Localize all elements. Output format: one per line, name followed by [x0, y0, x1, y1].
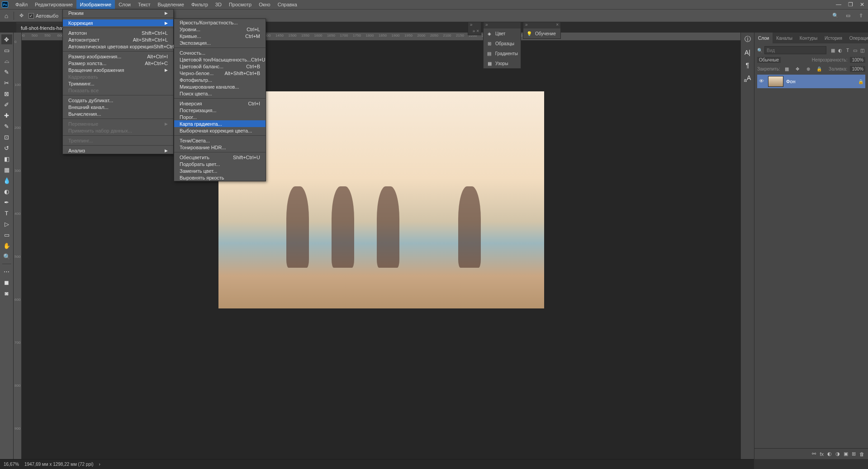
edit-toolbar[interactable]: ⋯	[1, 266, 12, 276]
menu-item[interactable]: Цветовой тон/Насыщенность...Ctrl+U	[174, 56, 266, 63]
menu-item[interactable]: АвтоконтрастAlt+Shift+Ctrl+L	[63, 36, 173, 43]
menubar-item-4[interactable]: Текст	[134, 0, 154, 9]
frame-tool[interactable]: ⊠	[1, 89, 12, 99]
menu-item[interactable]: Микширование каналов...	[174, 83, 266, 90]
menubar-item-1[interactable]: Редактирование	[31, 0, 76, 9]
lock-icon[interactable]: 🔒	[858, 79, 863, 84]
filter-shape-icon[interactable]: ▭	[852, 46, 858, 54]
menu-item[interactable]: Создать дубликат...	[63, 97, 173, 104]
panel-tab-История[interactable]: История	[821, 33, 846, 43]
float-item-Обучение[interactable]: 💡Обучение	[523, 28, 560, 38]
menu-item[interactable]: Вычисления...	[63, 110, 173, 117]
menu-item[interactable]: Поиск цвета...	[174, 90, 266, 97]
visibility-icon[interactable]: 👁	[759, 78, 765, 85]
panel-tab-Каналы[interactable]: Каналы	[773, 33, 796, 43]
float-item-Образцы[interactable]: ⊞Образцы	[484, 38, 521, 48]
crop-tool[interactable]: ✂	[1, 78, 12, 88]
auto-select-checkbox[interactable]: ✓Автовыбо	[28, 13, 58, 19]
restore-button[interactable]: ❐	[844, 0, 856, 9]
float-item-Цвет[interactable]: ◈Цвет	[484, 28, 521, 38]
menu-item[interactable]: Порог...	[174, 114, 266, 120]
menu-item[interactable]: Постеризация...	[174, 107, 266, 114]
search-icon[interactable]: 🔍	[831, 11, 840, 20]
layer-row[interactable]: 👁 Фон 🔒	[757, 75, 865, 88]
menu-item[interactable]: Заменить цвет...	[174, 167, 266, 174]
menu-item[interactable]: ИнверсияCtrl+I	[174, 100, 266, 107]
shape-tool[interactable]: ▭	[1, 230, 12, 240]
menu-item[interactable]: Коррекция▶	[63, 19, 173, 26]
menu-item[interactable]: Цветовой баланс...Ctrl+B	[174, 63, 266, 70]
fill-input[interactable]: 100%	[850, 66, 865, 72]
menu-item[interactable]: Яркость/Контрастность...	[174, 19, 266, 26]
quick-select-tool[interactable]: ✎	[1, 67, 12, 77]
menu-item[interactable]: Фотофильтр...	[174, 76, 266, 83]
lasso-tool[interactable]: ⌓	[1, 56, 12, 66]
mask-icon[interactable]: ◐	[827, 451, 832, 457]
menubar-item-10[interactable]: Справка	[274, 0, 301, 9]
menubar-item-8[interactable]: Просмотр	[225, 0, 255, 9]
menubar-item-5[interactable]: Выделение	[154, 0, 188, 9]
workspace-icon[interactable]: ▭	[844, 11, 853, 20]
move-tool-icon[interactable]: ✥	[17, 11, 26, 20]
menu-item[interactable]: Сочность...	[174, 49, 266, 56]
lock-all-icon[interactable]: 🔒	[815, 65, 823, 73]
float-item-Узоры[interactable]: ▦Узоры	[484, 58, 521, 68]
menubar-item-2[interactable]: Изображение	[76, 0, 115, 9]
doc-info[interactable]: 1947,69 мм x 1298,22 мм (72 ppi)	[24, 462, 94, 467]
eraser-tool[interactable]: ◧	[1, 154, 12, 164]
menu-item[interactable]: Подобрать цвет...	[174, 161, 266, 167]
home-icon[interactable]: ⌂	[2, 11, 11, 20]
lock-nested-icon[interactable]: ⊕	[804, 65, 812, 73]
menu-item[interactable]: Карта градиента...	[174, 120, 266, 127]
brush-tool[interactable]: ✎	[1, 121, 12, 131]
menu-item[interactable]: ОбесцветитьShift+Ctrl+U	[174, 154, 266, 161]
character-icon[interactable]: A|	[745, 49, 750, 56]
menu-item[interactable]: Вращение изображения▶	[63, 66, 173, 73]
document-canvas[interactable]	[218, 91, 544, 308]
glyphs-icon[interactable]: aA	[744, 74, 751, 83]
panel-tab-Контуры[interactable]: Контуры	[796, 33, 821, 43]
zoom-tool[interactable]: 🔍	[1, 251, 12, 261]
lock-pixels-icon[interactable]: ▦	[783, 65, 791, 73]
clone-tool[interactable]: ⊡	[1, 132, 12, 142]
lock-position-icon[interactable]: ✥	[794, 65, 802, 73]
menu-item[interactable]: Анализ▶	[63, 147, 173, 154]
marquee-tool[interactable]: ▭	[1, 45, 12, 55]
menu-item[interactable]: Тонирование HDR...	[174, 144, 266, 151]
menu-item[interactable]: Выборочная коррекция цвета...	[174, 127, 266, 134]
menu-item[interactable]: Черно-белое...Alt+Shift+Ctrl+B	[174, 70, 266, 76]
healing-tool[interactable]: ✚	[1, 110, 12, 120]
dodge-tool[interactable]: ◐	[1, 186, 12, 196]
filter-smart-icon[interactable]: ◫	[860, 46, 865, 54]
eyedropper-tool[interactable]: ✐	[1, 99, 12, 109]
menu-item[interactable]: Внешний канал...	[63, 104, 173, 110]
new-layer-icon[interactable]: ⊞	[852, 451, 856, 457]
menu-item[interactable]: Размер изображения...Alt+Ctrl+I	[63, 53, 173, 60]
layer-filter-input[interactable]	[764, 46, 826, 54]
blend-mode-select[interactable]: Обычные	[757, 57, 781, 63]
chevron-right-icon[interactable]: ›	[99, 462, 100, 467]
menu-item[interactable]: Выровнять яркость	[174, 174, 266, 181]
share-icon[interactable]: ⇪	[856, 11, 865, 20]
adjustment-icon[interactable]: ◑	[835, 451, 840, 457]
close-button[interactable]: ✕	[856, 0, 868, 9]
menu-item[interactable]: Режим▶	[63, 9, 173, 16]
colors-swatch[interactable]: ◼	[1, 277, 12, 287]
panel-tab-Слои[interactable]: Слои	[754, 33, 773, 43]
menu-item[interactable]: Уровни...Ctrl+L	[174, 26, 266, 33]
menubar-item-9[interactable]: Окно	[255, 0, 274, 9]
float-item-Градиенты[interactable]: ▤Градиенты	[484, 48, 521, 58]
menu-item[interactable]: Экспозиция...	[174, 39, 266, 46]
paragraph-icon[interactable]: ¶	[746, 62, 749, 69]
link-layers-icon[interactable]: ⚯	[812, 451, 816, 457]
menubar-item-7[interactable]: 3D	[212, 0, 225, 9]
hand-tool[interactable]: ✋	[1, 241, 12, 251]
fx-icon[interactable]: fx	[820, 451, 824, 457]
pen-tool[interactable]: ✒	[1, 197, 12, 207]
gradient-tool[interactable]: ▦	[1, 165, 12, 175]
menu-item[interactable]: Кривые...Ctrl+M	[174, 33, 266, 39]
menu-item[interactable]: Размер холста...Alt+Ctrl+C	[63, 60, 173, 66]
filter-pixel-icon[interactable]: ▦	[830, 46, 835, 54]
zoom-level[interactable]: 16,67%	[4, 462, 19, 467]
blur-tool[interactable]: 💧	[1, 175, 12, 185]
